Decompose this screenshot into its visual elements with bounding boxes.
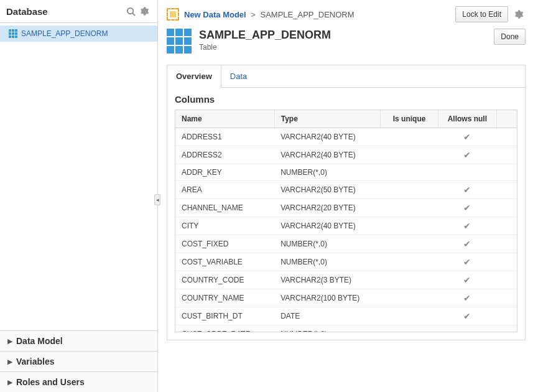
- cell-extra: [496, 307, 517, 325]
- table-row[interactable]: ADDRESS1VARCHAR2(40 BYTE)✔: [175, 128, 517, 146]
- cell-nullable: ✔: [438, 235, 496, 253]
- lock-to-edit-button[interactable]: Lock to Edit: [455, 6, 508, 22]
- page-subtitle: Table: [199, 43, 490, 52]
- cell-extra: [496, 128, 517, 146]
- cell-unique: [380, 271, 438, 289]
- cell-name: CUST_CRDT_RATE: [175, 325, 274, 332]
- breadcrumb-current: SAMPLE_APP_DENORM: [261, 10, 355, 19]
- col-header-type[interactable]: Type: [274, 110, 380, 128]
- cell-name: ADDRESS2: [175, 146, 274, 164]
- table-row[interactable]: CUST_CRDT_RATENUMBER(*,0)✔: [175, 325, 517, 332]
- table-icon: [167, 29, 192, 54]
- table-icon: [9, 29, 17, 38]
- tab-overview[interactable]: Overview: [167, 65, 221, 88]
- table-row[interactable]: CITYVARCHAR2(40 BYTE)✔: [175, 217, 517, 235]
- cell-nullable: [438, 164, 496, 181]
- tabs: Overview Data: [167, 65, 525, 88]
- sidebar-section-label: Variables: [16, 357, 55, 366]
- cell-name: COST_VARIABLE: [175, 253, 274, 271]
- columns-grid-scroll[interactable]: Name Type Is unique Allows null ADDRESS1…: [175, 110, 517, 332]
- sidebar-section-label: Data Model: [16, 336, 63, 346]
- collapse-sidebar-handle[interactable]: ◂: [154, 194, 160, 205]
- cell-type: NUMBER(*,0): [274, 253, 380, 271]
- cell-name: CITY: [175, 217, 274, 235]
- cell-nullable: ✔: [438, 146, 496, 164]
- table-row[interactable]: AREAVARCHAR2(50 BYTE)✔: [175, 181, 517, 199]
- cell-type: VARCHAR2(20 BYTE): [274, 199, 380, 217]
- tree-item-label: SAMPLE_APP_DENORM: [21, 29, 108, 38]
- sidebar-section-label: Roles and Users: [16, 377, 85, 387]
- cell-unique: [380, 199, 438, 217]
- sidebar-section-roles[interactable]: ▶ Roles and Users: [0, 371, 157, 392]
- cell-extra: [496, 181, 517, 199]
- cell-extra: [496, 289, 517, 307]
- sidebar: Database SAMPLE_APP_DENORM ▶ Data Model …: [0, 0, 158, 392]
- check-icon: ✔: [463, 329, 471, 332]
- breadcrumb: New Data Model > SAMPLE_APP_DENORM: [184, 10, 452, 19]
- breadcrumb-root[interactable]: New Data Model: [184, 10, 246, 19]
- cell-extra: [496, 164, 517, 181]
- tab-data[interactable]: Data: [221, 65, 256, 87]
- table-row[interactable]: CHANNEL_NAMEVARCHAR2(20 BYTE)✔: [175, 199, 517, 217]
- gear-icon[interactable]: [512, 7, 526, 21]
- cell-name: COUNTRY_CODE: [175, 271, 274, 289]
- cell-nullable: ✔: [438, 289, 496, 307]
- cell-type: NUMBER(*,0): [274, 164, 380, 181]
- done-button[interactable]: Done: [494, 29, 526, 45]
- cell-name: AREA: [175, 181, 274, 199]
- cell-name: CHANNEL_NAME: [175, 199, 274, 217]
- cell-name: ADDR_KEY: [175, 164, 274, 181]
- page-title: SAMPLE_APP_DENORM: [199, 29, 490, 42]
- col-header-nullable[interactable]: Allows null: [438, 110, 496, 128]
- cell-name: ADDRESS1: [175, 128, 274, 146]
- cell-type: VARCHAR2(40 BYTE): [274, 128, 380, 146]
- cell-extra: [496, 271, 517, 289]
- cell-nullable: ✔: [438, 181, 496, 199]
- cell-type: VARCHAR2(40 BYTE): [274, 217, 380, 235]
- check-icon: ✔: [463, 311, 471, 321]
- col-header-unique[interactable]: Is unique: [380, 110, 438, 128]
- cell-name: COUNTRY_NAME: [175, 289, 274, 307]
- table-row[interactable]: COUNTRY_CODEVARCHAR2(3 BYTE)✔: [175, 271, 517, 289]
- sidebar-title: Database: [6, 6, 124, 17]
- svg-point-0: [127, 7, 132, 13]
- chevron-right-icon: ▶: [7, 378, 12, 386]
- sidebar-section-data-model[interactable]: ▶ Data Model: [0, 330, 157, 351]
- cell-nullable: ✔: [438, 307, 496, 325]
- tree-item-sample-app-denorm[interactable]: SAMPLE_APP_DENORM: [0, 26, 157, 42]
- cell-type: DATE: [274, 307, 380, 325]
- cell-unique: [380, 253, 438, 271]
- table-row[interactable]: COST_FIXEDNUMBER(*,0)✔: [175, 235, 517, 253]
- cell-extra: [496, 199, 517, 217]
- cell-nullable: ✔: [438, 271, 496, 289]
- cell-nullable: ✔: [438, 253, 496, 271]
- table-row[interactable]: ADDRESS2VARCHAR2(40 BYTE)✔: [175, 146, 517, 164]
- gear-icon[interactable]: [137, 4, 151, 18]
- table-row[interactable]: COST_VARIABLENUMBER(*,0)✔: [175, 253, 517, 271]
- cell-extra: [496, 235, 517, 253]
- cell-name: CUST_BIRTH_DT: [175, 307, 274, 325]
- cell-unique: [380, 307, 438, 325]
- check-icon: ✔: [463, 221, 471, 231]
- cell-nullable: ✔: [438, 217, 496, 235]
- search-icon[interactable]: [124, 4, 137, 18]
- check-icon: ✔: [463, 203, 471, 213]
- col-header-extra: [496, 110, 517, 128]
- table-row[interactable]: CUST_BIRTH_DTDATE✔: [175, 307, 517, 325]
- cell-unique: [380, 217, 438, 235]
- check-icon: ✔: [463, 239, 471, 249]
- col-header-name[interactable]: Name: [175, 110, 274, 128]
- cell-nullable: ✔: [438, 325, 496, 332]
- cell-unique: [380, 164, 438, 181]
- table-row[interactable]: ADDR_KEYNUMBER(*,0): [175, 164, 517, 181]
- table-row[interactable]: COUNTRY_NAMEVARCHAR2(100 BYTE)✔: [175, 289, 517, 307]
- data-model-icon: [167, 8, 179, 21]
- cell-name: COST_FIXED: [175, 235, 274, 253]
- cell-type: VARCHAR2(100 BYTE): [274, 289, 380, 307]
- cell-extra: [496, 146, 517, 164]
- cell-unique: [380, 146, 438, 164]
- sidebar-section-variables[interactable]: ▶ Variables: [0, 351, 157, 371]
- cell-type: NUMBER(*,0): [274, 235, 380, 253]
- cell-type: VARCHAR2(40 BYTE): [274, 146, 380, 164]
- cell-unique: [380, 235, 438, 253]
